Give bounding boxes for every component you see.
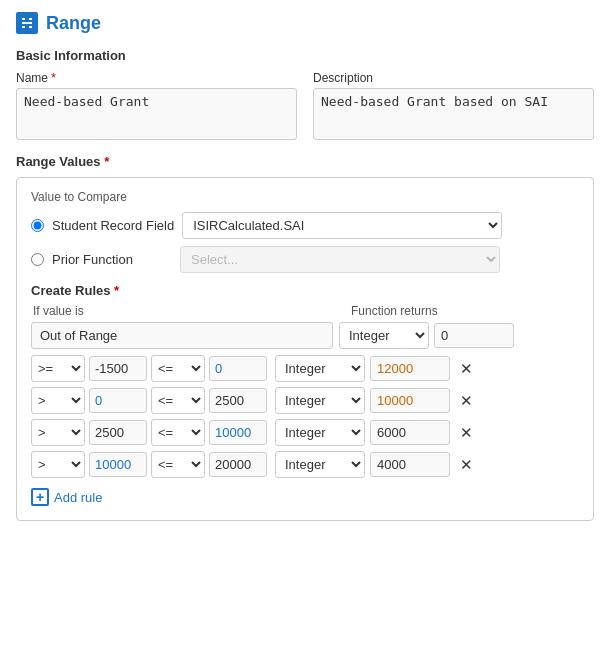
rule-func-group: Integer	[275, 419, 450, 446]
add-rule-label: Add rule	[54, 490, 102, 505]
prior-function-select-wrapper: Select...	[180, 246, 500, 273]
rule-return-input[interactable]	[370, 420, 450, 445]
op2-select[interactable]: <=	[151, 355, 205, 382]
val1-input[interactable]	[89, 388, 147, 413]
out-of-range-returns: Integer	[339, 322, 514, 349]
student-record-row: Student Record Field ISIRCalculated.SAI	[31, 212, 579, 239]
op2-select[interactable]: <=	[151, 451, 205, 478]
out-of-range-row: Out of Range Integer	[31, 322, 579, 349]
rule-row: > <= Integer ✕	[31, 387, 579, 414]
op2-select[interactable]: <=	[151, 419, 205, 446]
val1-input[interactable]	[89, 452, 147, 477]
val2-input[interactable]	[209, 356, 267, 381]
rule-return-input[interactable]	[370, 388, 450, 413]
add-rule-button[interactable]: + Add rule	[31, 486, 102, 508]
val1-input[interactable]	[89, 420, 147, 445]
rule-row: > <= Integer ✕	[31, 451, 579, 478]
name-label: Name *	[16, 71, 297, 85]
op1-select[interactable]: >	[31, 419, 85, 446]
out-of-range-text: Out of Range	[31, 322, 333, 349]
range-values-section: Range Values * Value to Compare Student …	[16, 154, 594, 521]
basic-info-section: Basic Information Name * Need-based Gran…	[16, 48, 594, 140]
op1-select[interactable]: >=	[31, 355, 85, 382]
prior-function-radio[interactable]	[31, 253, 44, 266]
description-label: Description	[313, 71, 594, 85]
prior-function-select[interactable]: Select...	[180, 246, 500, 273]
remove-rule-button[interactable]: ✕	[456, 391, 477, 410]
rule-type-select[interactable]: Integer	[275, 451, 365, 478]
function-returns-label: Function returns	[351, 304, 438, 318]
name-group: Name * Need-based Grant	[16, 71, 297, 140]
prior-function-label: Prior Function	[52, 252, 172, 267]
basic-info-label: Basic Information	[16, 48, 594, 63]
add-rule-icon: +	[31, 488, 49, 506]
description-input[interactable]: Need-based Grant based on SAI	[313, 88, 594, 140]
rule-func-group: Integer	[275, 355, 450, 382]
val1-input[interactable]	[89, 356, 147, 381]
name-input[interactable]: Need-based Grant	[16, 88, 297, 140]
page-title-text: Range	[46, 13, 101, 34]
rule-row: >= <= Integer ✕	[31, 355, 579, 382]
rules-container: >= <= Integer ✕ > <= Integer ✕	[31, 355, 579, 478]
create-rules-label: Create Rules *	[31, 283, 579, 298]
remove-rule-button[interactable]: ✕	[456, 455, 477, 474]
student-record-label: Student Record Field	[52, 218, 174, 233]
rule-type-select[interactable]: Integer	[275, 387, 365, 414]
page-title-row: Range	[16, 12, 594, 34]
range-values-box: Value to Compare Student Record Field IS…	[16, 177, 594, 521]
rules-header: If value is Function returns	[31, 304, 579, 318]
rule-row: > <= Integer ✕	[31, 419, 579, 446]
remove-rule-button[interactable]: ✕	[456, 359, 477, 378]
remove-rule-button[interactable]: ✕	[456, 423, 477, 442]
rule-func-group: Integer	[275, 451, 450, 478]
op1-select[interactable]: >	[31, 387, 85, 414]
description-group: Description Need-based Grant based on SA…	[313, 71, 594, 140]
value-compare-label: Value to Compare	[31, 190, 579, 204]
range-values-label: Range Values *	[16, 154, 594, 169]
student-record-radio[interactable]	[31, 219, 44, 232]
val2-input[interactable]	[209, 420, 267, 445]
rule-type-select[interactable]: Integer	[275, 355, 365, 382]
out-of-range-type-select[interactable]: Integer	[339, 322, 429, 349]
val2-input[interactable]	[209, 388, 267, 413]
op1-select[interactable]: >	[31, 451, 85, 478]
if-value-is-label: If value is	[33, 304, 343, 318]
student-record-select-wrapper: ISIRCalculated.SAI	[182, 212, 502, 239]
op2-select[interactable]: <=	[151, 387, 205, 414]
rule-return-input[interactable]	[370, 452, 450, 477]
rule-func-group: Integer	[275, 387, 450, 414]
page-title-icon	[16, 12, 38, 34]
basic-info-fields: Name * Need-based Grant Description Need…	[16, 71, 594, 140]
val2-input[interactable]	[209, 452, 267, 477]
student-record-select[interactable]: ISIRCalculated.SAI	[182, 212, 502, 239]
rule-return-input[interactable]	[370, 356, 450, 381]
rule-type-select[interactable]: Integer	[275, 419, 365, 446]
prior-function-row: Prior Function Select...	[31, 246, 579, 273]
out-of-range-return-input[interactable]	[434, 323, 514, 348]
